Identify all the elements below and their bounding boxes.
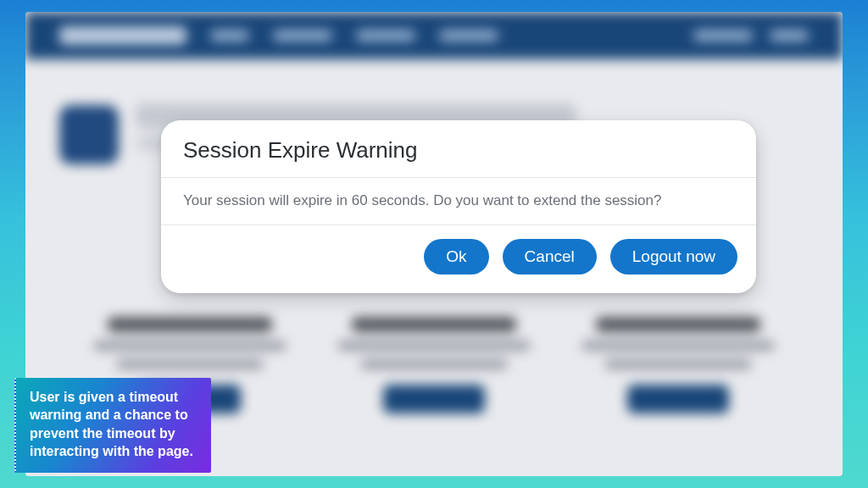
nav-item — [439, 30, 498, 42]
nav-item — [210, 30, 249, 42]
dialog-title: Session Expire Warning — [183, 137, 734, 164]
card — [573, 317, 783, 413]
hero-icon — [59, 105, 119, 164]
caption-panel: User is given a timeout warning and a ch… — [14, 378, 211, 473]
app-topbar — [25, 12, 843, 59]
card — [329, 317, 539, 413]
ok-button[interactable]: Ok — [424, 239, 488, 274]
dialog-message: Your session will expire in 60 seconds. … — [183, 191, 734, 211]
logout-now-button[interactable]: Logout now — [610, 239, 737, 274]
session-expire-dialog: Session Expire Warning Your session will… — [161, 120, 756, 293]
nav-item-right — [770, 30, 809, 42]
slide-stage: Session Expire Warning Your session will… — [0, 0, 868, 488]
nav-item — [356, 30, 415, 42]
caption-text: User is given a timeout warning and a ch… — [30, 390, 193, 459]
nav-item-right — [693, 30, 753, 42]
dialog-footer: Ok Cancel Logout now — [161, 225, 756, 293]
dialog-body: Your session will expire in 60 seconds. … — [161, 177, 756, 225]
cancel-button[interactable]: Cancel — [503, 239, 597, 274]
app-logo — [59, 26, 186, 45]
dialog-header: Session Expire Warning — [161, 120, 756, 177]
nav-item — [273, 30, 332, 42]
